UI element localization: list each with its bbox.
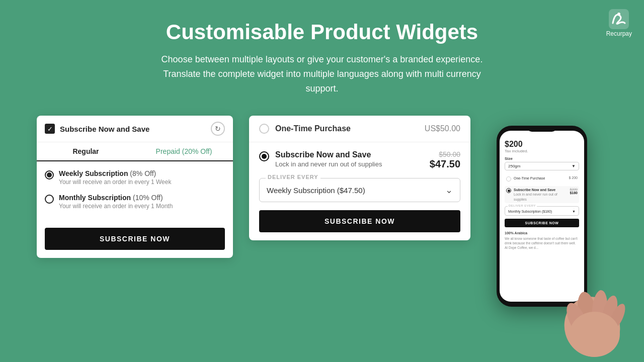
widgets-row: ✓ Subscribe Now and Save ↻ Regular Prepa… — [0, 106, 644, 327]
tabs-row: Regular Prepaid (20% Off) — [37, 142, 233, 161]
phone-deliver-label: DELIVER EVERY — [508, 204, 537, 207]
phone-otp-radio[interactable] — [506, 176, 511, 182]
sns-title: Subscribe Now and Save — [275, 150, 424, 159]
phone-arabica: 100% Arabica — [505, 231, 579, 235]
weekly-radio-dot — [47, 172, 52, 177]
page-subtitle: Choose between multiple layouts or give … — [146, 52, 498, 96]
weekly-option-text: Weekly Subscription (8% Off) Your will r… — [59, 169, 171, 186]
hand-holding-icon — [542, 246, 632, 357]
tab-prepaid[interactable]: Prepaid (20% Off) — [135, 142, 233, 160]
phone-otp-label: One-Time Purchase — [514, 176, 566, 180]
refresh-icon[interactable]: ↻ — [211, 122, 225, 136]
chevron-down-icon: ⌄ — [445, 185, 453, 196]
monthly-option-text: Monthly Subscription (10% Off) Your will… — [59, 194, 173, 210]
phone-deliver-box: DELIVER EVERY Monthly Subscription ($180… — [505, 206, 579, 216]
otp-label: One-Time Purchase — [275, 124, 351, 133]
phone-otp-row[interactable]: One-Time Purchase $ 200 — [505, 174, 579, 183]
phone-sns-desc: Lock in and never run out of supplies — [514, 192, 567, 201]
monthly-option[interactable]: Monthly Subscription (10% Off) Your will… — [45, 194, 225, 210]
phone-size-select[interactable]: 250gm ▼ — [505, 162, 579, 170]
sns-header: Subscribe Now and Save Lock in and never… — [259, 150, 460, 170]
monthly-radio[interactable] — [45, 195, 54, 204]
page-title: Customisable Product Widgets — [0, 20, 644, 44]
phone-sns-radio-dot — [508, 190, 510, 192]
phone-otp-price: $ 200 — [569, 176, 578, 179]
phone-notch — [527, 126, 557, 132]
phone-sns-radio[interactable] — [506, 188, 511, 193]
monthly-label: Monthly Subscription (10% Off) — [59, 194, 173, 202]
otp-price: US$50.00 — [425, 124, 460, 133]
phone-mockup-wrapper: $200 Tax included. Size 250gm ▼ One-Time… — [487, 126, 607, 327]
otp-radio[interactable] — [259, 124, 269, 134]
sns-radio-dot — [262, 154, 267, 159]
subscribe-checkbox[interactable]: ✓ — [45, 124, 55, 134]
phone-sns-prices: $200 $180 — [570, 188, 578, 195]
sns-prices: $50.00 $47.50 — [430, 150, 460, 170]
widget1-card: ✓ Subscribe Now and Save ↻ Regular Prepa… — [37, 116, 233, 258]
phone-select-chevron: ▼ — [572, 164, 576, 168]
widget2-header: One-Time Purchase US$50.00 — [249, 116, 470, 142]
phone-sns-row[interactable]: Subscribe Now and Save Lock in and never… — [505, 186, 579, 203]
widget1-title: Subscribe Now and Save — [60, 125, 149, 133]
deliver-every-box: DELIVER EVERY Weekly Subscription ($47.5… — [259, 178, 460, 202]
phone-deliver-value: Monthly Subscription ($180) — [508, 210, 552, 213]
sns-subtitle: Lock in and never run out of supplies — [275, 160, 424, 168]
sns-section: Subscribe Now and Save Lock in and never… — [249, 142, 470, 240]
weekly-radio[interactable] — [45, 170, 54, 179]
svg-point-1 — [617, 13, 620, 16]
monthly-sublabel: Your will receive an order in every 1 Mo… — [59, 203, 173, 210]
phone-subscribe-button[interactable]: SUBSCRIBE NOW — [505, 219, 579, 227]
phone-deliver-select[interactable]: Monthly Subscription ($180) ▼ — [508, 210, 576, 213]
recurpay-logo-icon — [609, 9, 629, 29]
logo-area: Recurpay — [606, 9, 632, 37]
phone-sns-crossed: $200 — [570, 188, 578, 191]
phone-size-value: 250gm — [508, 164, 520, 168]
phone-price: $200 — [505, 140, 579, 149]
weekly-sublabel: Your will receive an order in every 1 We… — [59, 178, 171, 186]
svg-rect-0 — [609, 9, 629, 29]
subscription-options: Weekly Subscription (8% Off) Your will r… — [37, 161, 233, 226]
widget2-subscribe-button[interactable]: SUBSCRIBE NOW — [259, 210, 460, 232]
tab-regular[interactable]: Regular — [37, 142, 135, 161]
widget2-card: One-Time Purchase US$50.00 Subscribe Now… — [249, 116, 470, 240]
phone-sns-text: Subscribe Now and Save Lock in and never… — [514, 188, 567, 201]
widget1-header: ✓ Subscribe Now and Save ↻ — [37, 116, 233, 142]
logo-text: Recurpay — [606, 30, 632, 37]
sns-original-price: $50.00 — [430, 150, 460, 158]
deliver-every-select[interactable]: Weekly Subscription ($47.50) ⌄ — [267, 185, 453, 196]
widget1-header-left: ✓ Subscribe Now and Save — [45, 124, 149, 134]
deliver-every-label: DELIVER EVERY — [266, 174, 320, 180]
weekly-label: Weekly Subscription (8% Off) — [59, 169, 171, 177]
phone-content: $200 Tax included. Size 250gm ▼ One-Time… — [500, 131, 584, 255]
phone-sns-new: $180 — [570, 191, 578, 195]
phone-size-label: Size — [505, 156, 579, 161]
phone-tax: Tax included. — [505, 149, 579, 153]
header: Customisable Product Widgets Choose betw… — [0, 0, 644, 106]
sns-sale-price: $47.50 — [430, 158, 460, 170]
svg-point-8 — [570, 312, 620, 357]
sns-info: Subscribe Now and Save Lock in and never… — [275, 150, 424, 168]
widget1-subscribe-button[interactable]: SUBSCRIBE NOW — [45, 228, 225, 250]
sns-radio[interactable] — [259, 151, 269, 161]
phone-deliver-chevron: ▼ — [572, 210, 576, 213]
weekly-option[interactable]: Weekly Subscription (8% Off) Your will r… — [45, 169, 225, 186]
phone-sns-label: Subscribe Now and Save — [514, 188, 567, 192]
widget2-header-left: One-Time Purchase — [259, 124, 351, 134]
deliver-every-value: Weekly Subscription ($47.50) — [267, 186, 365, 195]
